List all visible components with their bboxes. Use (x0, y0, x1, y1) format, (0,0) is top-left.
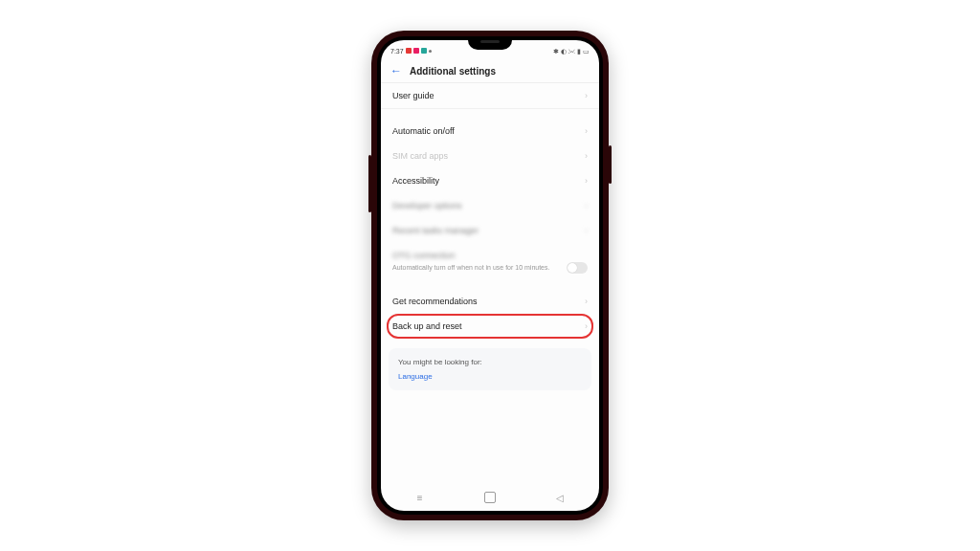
row-label: Accessibility (392, 176, 439, 186)
back-button[interactable]: ← (390, 65, 402, 77)
status-app-icon (406, 48, 412, 54)
card-link-language[interactable]: Language (398, 372, 582, 381)
recents-button[interactable]: ≡ (414, 492, 426, 503)
dnd-icon: ◐ (561, 48, 567, 55)
row-label: Automatic on/off (392, 126, 455, 136)
row-get-recommendations[interactable]: Get recommendations › (381, 289, 599, 314)
page-title: Additional settings (410, 66, 496, 77)
chevron-right-icon: › (585, 321, 588, 331)
row-automatic-on-off[interactable]: Automatic on/off › (381, 119, 599, 143)
otg-toggle[interactable] (567, 262, 588, 274)
header: ← Additional settings (381, 59, 599, 83)
row-label: SIM card apps (392, 151, 448, 161)
chevron-right-icon: › (585, 226, 588, 235)
row-developer-options[interactable]: Developer options › (381, 193, 599, 218)
row-label: User guide (392, 91, 434, 100)
status-left: 7:37 (390, 48, 432, 55)
notch (468, 36, 512, 50)
power-button (609, 145, 612, 184)
row-subtext: Automatically turn off when not in use f… (392, 264, 549, 273)
phone-frame: 7:37 ✱ ◐ ⩙ ▮ ▭ ← (371, 31, 609, 520)
status-time: 7:37 (390, 48, 404, 55)
home-button[interactable] (484, 492, 496, 503)
chevron-right-icon: › (585, 126, 588, 136)
chevron-right-icon: › (585, 176, 588, 186)
screen: 7:37 ✱ ◐ ⩙ ▮ ▭ ← (381, 40, 599, 511)
status-more-icon (429, 50, 432, 53)
chevron-right-icon: › (585, 201, 588, 210)
row-back-up-and-reset[interactable]: Back up and reset › (381, 314, 599, 339)
bluetooth-icon: ✱ (553, 48, 559, 55)
row-label: Recent tasks manager (392, 226, 479, 235)
row-label: Get recommendations (392, 297, 478, 306)
row-otg-connection[interactable]: OTG connection (381, 243, 599, 262)
chevron-right-icon: › (585, 91, 588, 100)
row-user-guide[interactable]: User guide › (381, 83, 599, 108)
card-title: You might be looking for: (398, 358, 582, 366)
volume-button (368, 155, 371, 212)
row-recent-tasks[interactable]: Recent tasks manager › (381, 218, 599, 243)
phone-bezel: 7:37 ✱ ◐ ⩙ ▮ ▭ ← (377, 36, 603, 515)
android-nav-bar: ≡ ◁ (385, 488, 595, 507)
status-app-icon (413, 48, 419, 54)
row-label: Developer options (392, 201, 462, 210)
row-label: Back up and reset (392, 321, 462, 331)
chevron-right-icon: › (585, 297, 588, 306)
chevron-right-icon: › (585, 151, 588, 161)
wifi-icon: ⩙ (568, 48, 575, 55)
row-accessibility[interactable]: Accessibility › (381, 168, 599, 193)
back-button-nav[interactable]: ◁ (554, 492, 566, 503)
signal-icon: ▮ (577, 48, 581, 55)
status-right: ✱ ◐ ⩙ ▮ ▭ (553, 48, 590, 55)
row-label: OTG connection (392, 251, 456, 260)
suggestion-card: You might be looking for: Language (389, 348, 591, 390)
stage: 7:37 ✱ ◐ ⩙ ▮ ▭ ← (0, 0, 980, 551)
row-otg-subtitle: Automatically turn off when not in use f… (381, 262, 599, 279)
row-sim-card-apps: SIM card apps › (381, 143, 599, 168)
settings-list[interactable]: User guide › Automatic on/off › SIM card… (381, 83, 599, 511)
battery-icon: ▭ (583, 48, 590, 55)
status-app-icon (421, 48, 427, 54)
